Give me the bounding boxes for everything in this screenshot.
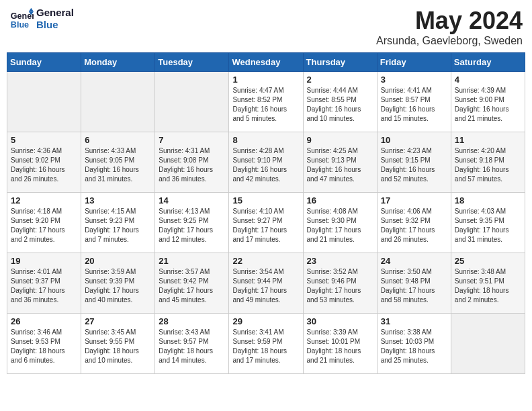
day-info-line: Daylight: 16 hours — [11, 166, 65, 173]
day-number: 30 — [307, 316, 373, 326]
calendar-cell: 15Sunrise: 4:10 AMSunset: 9:27 PMDayligh… — [229, 193, 303, 253]
day-info-line: Sunset: 9:25 PM — [159, 217, 208, 224]
day-info: Sunrise: 4:10 AMSunset: 9:27 PMDaylight:… — [232, 207, 299, 244]
day-number: 10 — [381, 135, 447, 145]
day-info-line: Daylight: 17 hours — [159, 287, 213, 294]
day-number: 25 — [455, 256, 521, 266]
day-info-line: and 21 minutes. — [307, 236, 355, 243]
day-info-line: Sunrise: 3:54 AM — [232, 268, 283, 275]
day-info-line: and 17 minutes. — [232, 357, 280, 364]
day-number: 18 — [455, 195, 521, 205]
calendar-cell: 6Sunrise: 4:33 AMSunset: 9:05 PMDaylight… — [81, 132, 155, 193]
day-info-line: Sunset: 9:46 PM — [307, 277, 357, 285]
calendar-cell: 31Sunrise: 3:38 AMSunset: 10:03 PMDaylig… — [377, 314, 451, 374]
calendar-cell: 30Sunrise: 3:39 AMSunset: 10:01 PMDaylig… — [303, 314, 377, 374]
title-area: May 2024 Arsunda, Gaevleborg, Sweden — [376, 7, 523, 47]
calendar-cell: 24Sunrise: 3:50 AMSunset: 9:48 PMDayligh… — [377, 253, 451, 314]
calendar-cell: 11Sunrise: 4:20 AMSunset: 9:18 PMDayligh… — [451, 132, 525, 193]
day-info-line: and 12 minutes. — [159, 236, 206, 243]
day-info-line: and 6 minutes. — [11, 357, 55, 364]
day-info-line: and 25 minutes. — [381, 357, 429, 364]
day-info-line: and 53 minutes. — [307, 296, 355, 304]
day-number: 19 — [11, 256, 77, 266]
calendar-cell: 4Sunrise: 4:39 AMSunset: 9:00 PMDaylight… — [451, 72, 525, 132]
day-number: 3 — [381, 75, 447, 85]
day-info-line: Sunset: 9:02 PM — [11, 156, 60, 164]
calendar-cell — [81, 72, 155, 132]
day-info-line: Daylight: 18 hours — [11, 347, 65, 355]
day-info: Sunrise: 3:46 AMSunset: 9:53 PMDaylight:… — [11, 328, 77, 365]
day-number: 21 — [159, 256, 225, 266]
calendar-cell: 22Sunrise: 3:54 AMSunset: 9:44 PMDayligh… — [229, 253, 303, 314]
calendar-cell — [451, 314, 525, 374]
day-info: Sunrise: 3:38 AMSunset: 10:03 PMDaylight… — [381, 328, 447, 365]
header-day-thursday: Thursday — [303, 53, 377, 72]
day-info: Sunrise: 3:50 AMSunset: 9:48 PMDaylight:… — [381, 267, 447, 305]
day-info-line: Sunset: 9:51 PM — [455, 277, 504, 285]
day-info: Sunrise: 4:20 AMSunset: 9:18 PMDaylight:… — [455, 146, 521, 184]
day-info-line: Daylight: 16 hours — [381, 105, 435, 113]
day-number: 23 — [307, 256, 373, 266]
week-row-1: 1Sunrise: 4:47 AMSunset: 8:52 PMDaylight… — [7, 72, 525, 132]
calendar-cell: 5Sunrise: 4:36 AMSunset: 9:02 PMDaylight… — [7, 132, 81, 193]
day-info: Sunrise: 4:41 AMSunset: 8:57 PMDaylight:… — [381, 86, 447, 124]
day-number: 28 — [159, 316, 225, 326]
day-info-line: Daylight: 16 hours — [455, 105, 509, 113]
day-info-line: and 47 minutes. — [307, 175, 355, 183]
day-info-line: Sunrise: 3:39 AM — [307, 328, 358, 336]
day-info: Sunrise: 3:59 AMSunset: 9:39 PMDaylight:… — [85, 267, 151, 305]
calendar-cell: 21Sunrise: 3:57 AMSunset: 9:42 PMDayligh… — [155, 253, 229, 314]
day-info-line: Sunrise: 3:52 AM — [307, 268, 358, 275]
header-day-sunday: Sunday — [7, 53, 81, 72]
day-info-line: and 10 minutes. — [307, 115, 355, 122]
day-info-line: and 21 minutes. — [455, 115, 502, 122]
day-info-line: Sunset: 9:05 PM — [85, 156, 134, 164]
day-info: Sunrise: 3:54 AMSunset: 9:44 PMDaylight:… — [232, 267, 299, 305]
month-title: May 2024 — [376, 7, 523, 35]
day-info-line: Sunrise: 4:39 AM — [455, 87, 506, 94]
day-info-line: Sunset: 9:15 PM — [381, 156, 431, 164]
day-info-line: Sunset: 9:00 PM — [455, 96, 504, 103]
day-info-line: Daylight: 17 hours — [455, 226, 509, 234]
day-info-line: Daylight: 17 hours — [85, 287, 139, 294]
calendar-cell: 3Sunrise: 4:41 AMSunset: 8:57 PMDaylight… — [377, 72, 451, 132]
day-info-line: Sunrise: 4:01 AM — [11, 268, 62, 275]
day-info-line: Sunset: 9:42 PM — [159, 277, 208, 285]
header-day-wednesday: Wednesday — [229, 53, 303, 72]
calendar-cell: 13Sunrise: 4:15 AMSunset: 9:23 PMDayligh… — [81, 193, 155, 253]
calendar-cell: 16Sunrise: 4:08 AMSunset: 9:30 PMDayligh… — [303, 193, 377, 253]
day-info: Sunrise: 4:15 AMSunset: 9:23 PMDaylight:… — [85, 207, 151, 244]
logo: General Blue General Blue — [9, 7, 74, 31]
day-info-line: and 31 minutes. — [85, 175, 132, 183]
day-info-line: Sunset: 9:10 PM — [232, 156, 282, 164]
day-info-line: and 17 minutes. — [232, 236, 280, 243]
day-info-line: Sunset: 8:52 PM — [232, 96, 282, 103]
week-row-2: 5Sunrise: 4:36 AMSunset: 9:02 PMDaylight… — [7, 132, 525, 193]
day-info: Sunrise: 4:03 AMSunset: 9:35 PMDaylight:… — [455, 207, 521, 244]
day-info: Sunrise: 4:39 AMSunset: 9:00 PMDaylight:… — [455, 86, 521, 124]
day-info-line: Daylight: 18 hours — [85, 347, 139, 355]
day-info: Sunrise: 3:48 AMSunset: 9:51 PMDaylight:… — [455, 267, 521, 305]
day-info-line: and 52 minutes. — [381, 175, 429, 183]
day-info-line: Sunrise: 4:41 AM — [381, 87, 432, 94]
day-info-line: Daylight: 16 hours — [455, 166, 509, 173]
week-row-5: 26Sunrise: 3:46 AMSunset: 9:53 PMDayligh… — [7, 314, 525, 374]
calendar-cell: 19Sunrise: 4:01 AMSunset: 9:37 PMDayligh… — [7, 253, 81, 314]
svg-text:Blue: Blue — [11, 20, 29, 30]
day-info-line: Daylight: 18 hours — [232, 347, 287, 355]
calendar-cell: 26Sunrise: 3:46 AMSunset: 9:53 PMDayligh… — [7, 314, 81, 374]
day-number: 22 — [232, 256, 299, 266]
day-number: 5 — [11, 135, 77, 145]
day-info-line: and 57 minutes. — [455, 175, 502, 183]
calendar-cell: 10Sunrise: 4:23 AMSunset: 9:15 PMDayligh… — [377, 132, 451, 193]
day-info-line: Sunset: 9:13 PM — [307, 156, 357, 164]
day-info: Sunrise: 4:28 AMSunset: 9:10 PMDaylight:… — [232, 146, 299, 184]
day-info-line: Sunset: 9:23 PM — [85, 217, 134, 224]
day-info-line: and 26 minutes. — [11, 175, 58, 183]
day-info-line: Sunrise: 4:47 AM — [232, 87, 283, 94]
day-info-line: Sunset: 9:35 PM — [455, 217, 504, 224]
day-number: 1 — [232, 75, 299, 85]
day-info-line: Sunset: 8:55 PM — [307, 96, 357, 103]
day-number: 27 — [85, 316, 151, 326]
day-info: Sunrise: 4:08 AMSunset: 9:30 PMDaylight:… — [307, 207, 373, 244]
